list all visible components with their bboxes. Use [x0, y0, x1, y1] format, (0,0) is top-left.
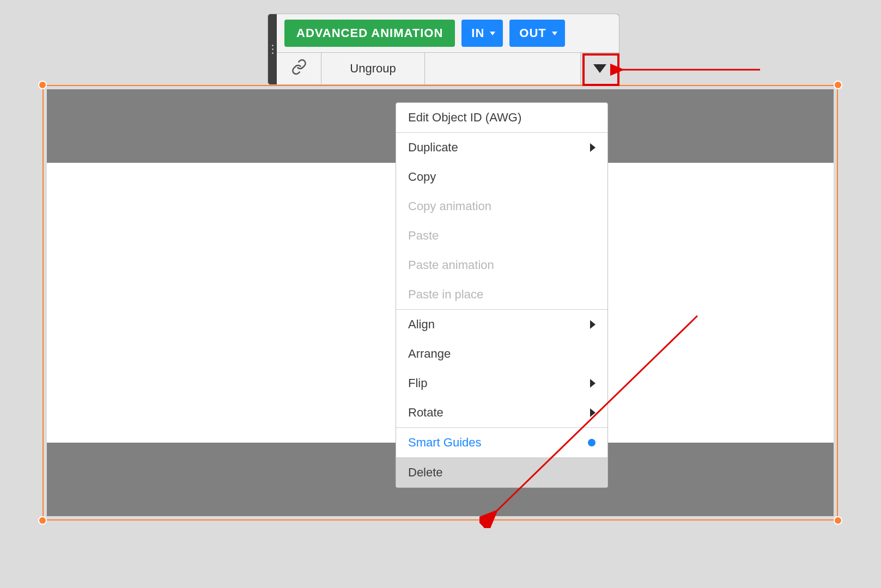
- resize-handle-top-right[interactable]: [834, 81, 842, 89]
- menu-item-rotate[interactable]: Rotate: [396, 398, 607, 427]
- menu-item-label: Arrange: [408, 347, 451, 361]
- menu-item-duplicate[interactable]: Duplicate: [396, 133, 607, 162]
- menu-item-label: Copy animation: [408, 199, 491, 213]
- menu-item-label: Paste animation: [408, 258, 494, 272]
- menu-item-label: Smart Guides: [408, 436, 482, 450]
- submenu-caret-icon: [590, 320, 596, 329]
- menu-item-paste-in-place: Paste in place: [396, 280, 607, 309]
- insert-link-button[interactable]: [277, 53, 321, 84]
- menu-item-label: Paste: [408, 229, 439, 243]
- menu-item-copy-animation: Copy animation: [396, 192, 607, 221]
- advanced-animation-button[interactable]: ADVANCED ANIMATION: [284, 20, 455, 47]
- menu-item-label: Align: [408, 317, 435, 332]
- animation-in-label: IN: [471, 26, 484, 40]
- animation-in-button[interactable]: IN: [461, 20, 503, 47]
- toolbar-row-animation: ADVANCED ANIMATION IN OUT: [277, 14, 619, 53]
- animation-out-button[interactable]: OUT: [509, 20, 564, 47]
- submenu-caret-icon: [590, 379, 596, 388]
- resize-handle-top-left[interactable]: [38, 81, 47, 89]
- resize-handle-bottom-left[interactable]: [38, 516, 47, 525]
- chevron-down-icon: [552, 32, 557, 35]
- link-icon: [291, 59, 307, 78]
- menu-item-paste: Paste: [396, 221, 607, 250]
- triangle-down-icon: [593, 64, 606, 73]
- animation-out-label: OUT: [519, 26, 546, 40]
- menu-item-label: Paste in place: [408, 287, 483, 302]
- context-menu: Edit Object ID (AWG)DuplicateCopyCopy an…: [396, 102, 608, 488]
- toolbar-drag-grip[interactable]: [268, 14, 277, 84]
- menu-item-arrange[interactable]: Arrange: [396, 339, 607, 369]
- menu-item-label: Copy: [408, 170, 436, 184]
- menu-item-flip[interactable]: Flip: [396, 369, 607, 398]
- annotation-arrow-1: [610, 59, 763, 81]
- menu-item-smart-guides[interactable]: Smart Guides: [396, 428, 607, 457]
- menu-item-label: Edit Object ID (AWG): [408, 111, 521, 125]
- more-options-button[interactable]: [581, 53, 619, 84]
- menu-item-copy[interactable]: Copy: [396, 162, 607, 192]
- chevron-down-icon: [490, 32, 495, 35]
- ungroup-label: Ungroup: [350, 62, 396, 76]
- menu-item-label: Duplicate: [408, 140, 458, 155]
- object-toolbar: ADVANCED ANIMATION IN OUT: [268, 14, 619, 85]
- menu-item-edit-object-id-awg[interactable]: Edit Object ID (AWG): [396, 103, 607, 132]
- submenu-caret-icon: [590, 408, 596, 417]
- resize-handle-bottom-right[interactable]: [834, 516, 842, 525]
- menu-item-label: Rotate: [408, 406, 443, 420]
- menu-item-paste-animation: Paste animation: [396, 250, 607, 280]
- active-indicator-dot: [588, 439, 596, 446]
- submenu-caret-icon: [590, 143, 596, 152]
- ungroup-button[interactable]: Ungroup: [321, 53, 425, 84]
- menu-item-align[interactable]: Align: [396, 310, 607, 339]
- toolbar-spacer: [425, 53, 581, 84]
- toolbar-row-actions: Ungroup: [277, 53, 619, 84]
- menu-item-label: Delete: [408, 465, 443, 480]
- menu-item-delete[interactable]: Delete: [396, 458, 607, 487]
- menu-item-label: Flip: [408, 376, 427, 390]
